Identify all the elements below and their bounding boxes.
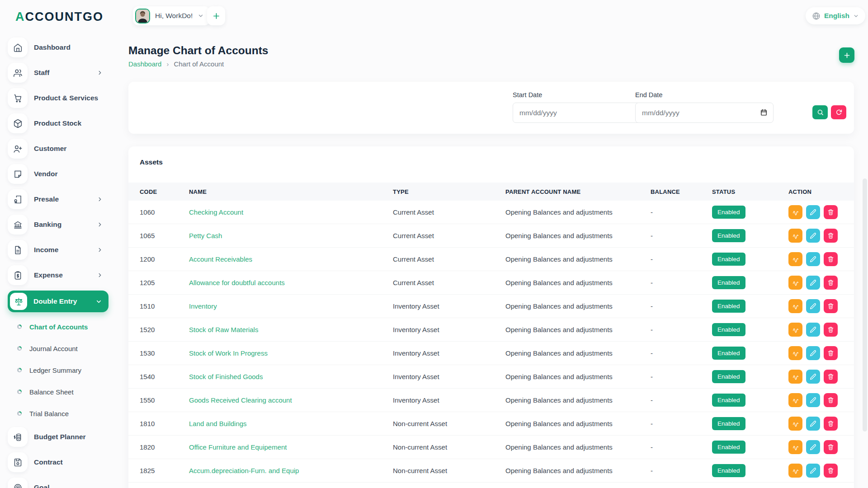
- language-label: English: [824, 12, 849, 20]
- table-row: 1540 Stock of Finished Goods Inventory A…: [128, 365, 854, 389]
- sidebar-item-double-entry[interactable]: Double Entry: [8, 291, 108, 312]
- file-icon: [8, 240, 28, 260]
- delete-button[interactable]: [824, 393, 838, 407]
- activity-button[interactable]: [788, 252, 802, 266]
- account-name-link[interactable]: Allowance for doubtful accounts: [189, 279, 285, 286]
- add-workspace-button[interactable]: [207, 6, 225, 25]
- breadcrumb-dashboard[interactable]: Dashboard: [128, 60, 161, 68]
- trash-icon: [827, 397, 834, 404]
- delete-button[interactable]: [824, 323, 838, 337]
- delete-button[interactable]: [824, 205, 838, 219]
- code-cell: 1200: [128, 248, 189, 271]
- sidebar-item-product-stock[interactable]: Product Stock: [8, 113, 116, 133]
- activity-button[interactable]: [788, 440, 802, 454]
- bank-icon: [8, 215, 28, 235]
- delete-button[interactable]: [824, 417, 838, 431]
- scrollbar[interactable]: [863, 178, 867, 432]
- delete-button[interactable]: [824, 252, 838, 266]
- balance-cell: -: [651, 318, 712, 342]
- sidebar-item-product-services[interactable]: Product & Services: [8, 88, 116, 108]
- delete-button[interactable]: [824, 464, 838, 478]
- sidebar-item-journal-account[interactable]: Journal Account: [8, 338, 116, 359]
- activity-button[interactable]: [788, 370, 802, 384]
- chevron-right-icon: [97, 272, 103, 278]
- delete-button[interactable]: [824, 229, 838, 243]
- type-cell: Current Asset: [393, 248, 505, 271]
- account-name-link[interactable]: Stock of Work In Progress: [189, 349, 268, 357]
- edit-button[interactable]: [806, 393, 820, 407]
- delete-button[interactable]: [824, 370, 838, 384]
- user-menu[interactable]: Hi, WorkDo!: [133, 6, 210, 25]
- sidebar-item-contract[interactable]: Contract: [8, 452, 116, 472]
- account-name-link[interactable]: Inventory: [189, 302, 217, 310]
- app-logo[interactable]: ACCOUNTGO: [15, 10, 104, 24]
- trash-icon: [827, 350, 834, 357]
- edit-button[interactable]: [806, 370, 820, 384]
- sidebar-item-ledger-summary[interactable]: Ledger Summary: [8, 359, 116, 381]
- globe-icon: [812, 12, 821, 20]
- edit-button[interactable]: [806, 299, 820, 313]
- pencil-icon: [810, 350, 816, 357]
- account-name-link[interactable]: Checking Account: [189, 208, 243, 216]
- edit-button[interactable]: [806, 276, 820, 290]
- sidebar-item-expense[interactable]: Expense: [8, 265, 116, 285]
- language-selector[interactable]: English: [806, 7, 865, 24]
- edit-button[interactable]: [806, 417, 820, 431]
- edit-button[interactable]: [806, 323, 820, 337]
- add-account-button[interactable]: [839, 47, 854, 63]
- end-date-input[interactable]: [635, 103, 774, 123]
- search-button[interactable]: [812, 105, 828, 119]
- account-name-link[interactable]: Accum.depreciation-Furn. and Equip: [189, 467, 299, 474]
- sidebar-item-customer[interactable]: Customer: [8, 139, 116, 159]
- trash-icon: [827, 209, 834, 216]
- edit-button[interactable]: [806, 229, 820, 243]
- sidebar-item-chart-of-accounts[interactable]: Chart of Accounts: [8, 316, 116, 338]
- balance-cell: -: [651, 248, 712, 271]
- sidebar-item-balance-sheet[interactable]: Balance Sheet: [8, 381, 116, 403]
- account-name-link[interactable]: Stock of Finished Goods: [189, 373, 263, 380]
- sidebar-item-staff[interactable]: Staff: [8, 63, 116, 83]
- activity-button[interactable]: [788, 276, 802, 290]
- activity-button[interactable]: [788, 346, 802, 360]
- reset-button[interactable]: [831, 105, 846, 119]
- activity-button[interactable]: [788, 323, 802, 337]
- activity-icon: [792, 303, 799, 310]
- trash-icon: [827, 467, 834, 474]
- delete-button[interactable]: [824, 276, 838, 290]
- sidebar-item-budget-planner[interactable]: Budget Planner: [8, 427, 116, 447]
- account-name-link[interactable]: Petty Cash: [189, 232, 222, 239]
- sidebar-item-banking[interactable]: Banking: [8, 215, 116, 235]
- delete-button[interactable]: [824, 299, 838, 313]
- delete-button[interactable]: [824, 440, 838, 454]
- activity-button[interactable]: [788, 299, 802, 313]
- badge-doc-icon: [8, 189, 28, 209]
- sidebar-item-goal[interactable]: Goal: [8, 478, 116, 488]
- activity-button[interactable]: [788, 229, 802, 243]
- status-badge: Enabled: [712, 347, 745, 360]
- edit-button[interactable]: [806, 346, 820, 360]
- account-name-link[interactable]: Office Furniture and Equipement: [189, 443, 287, 451]
- activity-button[interactable]: [788, 417, 802, 431]
- parent-cell: Opening Balances and adjustments: [505, 201, 651, 224]
- edit-button[interactable]: [806, 440, 820, 454]
- edit-button[interactable]: [806, 464, 820, 478]
- breadcrumb: Dashboard › Chart of Account: [128, 60, 224, 68]
- activity-icon: [792, 467, 799, 474]
- activity-button[interactable]: [788, 205, 802, 219]
- sidebar-item-dashboard[interactable]: Dashboard: [8, 38, 116, 57]
- delete-button[interactable]: [824, 346, 838, 360]
- sidebar-item-presale[interactable]: Presale: [8, 189, 116, 209]
- sidebar-item-trial-balance[interactable]: Trial Balance: [8, 403, 116, 424]
- sidebar-item-income[interactable]: Income: [8, 240, 116, 260]
- sidebar-item-vendor[interactable]: Vendor: [8, 164, 116, 184]
- edit-button[interactable]: [806, 205, 820, 219]
- edit-button[interactable]: [806, 252, 820, 266]
- activity-button[interactable]: [788, 393, 802, 407]
- account-name-link[interactable]: Stock of Raw Materials: [189, 326, 258, 333]
- users-icon: [8, 63, 28, 83]
- account-name-link[interactable]: Land and Buildings: [189, 420, 247, 427]
- account-name-link[interactable]: Goods Received Clearing account: [189, 396, 292, 404]
- account-name-link[interactable]: Account Receivables: [189, 255, 252, 263]
- activity-button[interactable]: [788, 464, 802, 478]
- start-date-input[interactable]: [513, 103, 651, 123]
